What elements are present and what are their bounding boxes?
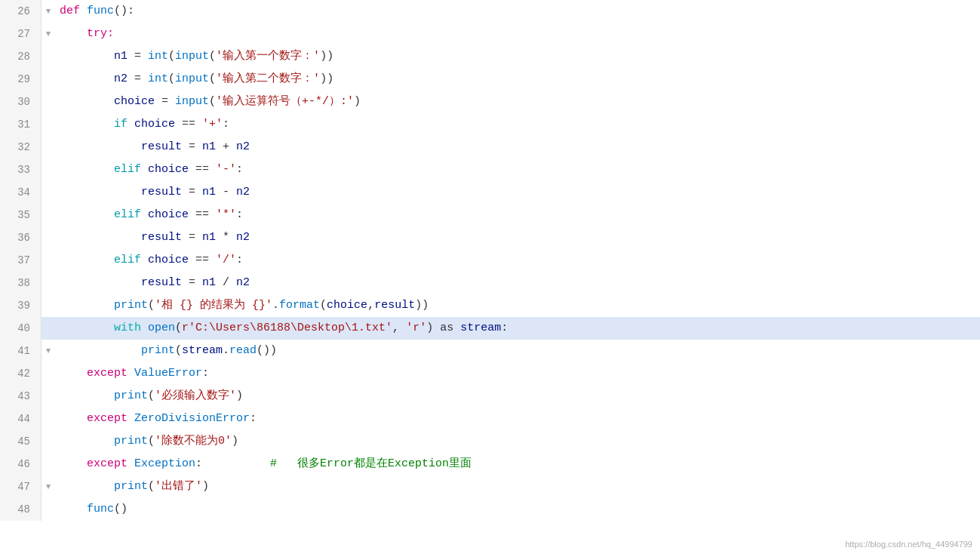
fold-gutter [41, 385, 55, 408]
token-op: (): [114, 0, 134, 23]
token-try-kw: try: [87, 23, 114, 45]
token-def-kw: def [60, 0, 87, 23]
token-string: '输入运算符号（+-*/）:' [216, 91, 354, 113]
code-line: 46 except Exception: # 很多Error都是在Excepti… [0, 453, 980, 475]
code-content: choice = input('输入运算符号（+-*/）:') [55, 91, 361, 113]
fold-gutter [41, 136, 55, 158]
line-number: 32 [0, 136, 41, 158]
token-builtin: input [175, 91, 209, 113]
token-op: == [195, 249, 216, 272]
fold-gutter [41, 181, 55, 204]
token-paren: ( [209, 91, 216, 113]
fold-gutter[interactable]: ▼ [41, 340, 55, 362]
token-var: choice [327, 294, 367, 317]
fold-gutter [41, 45, 55, 68]
token-var: choice [148, 249, 195, 272]
code-line: 41▼ print(stream.read()) [0, 340, 980, 362]
code-content: except ValueError: [55, 362, 209, 385]
code-content: try: [55, 23, 114, 45]
code-content: func() [55, 498, 127, 521]
code-content: n2 = int(input('输入第二个数字：')) [55, 68, 333, 91]
token-except-kw: except [87, 453, 134, 475]
token-string: '+' [202, 113, 223, 136]
token-paren: )) [320, 45, 333, 68]
token-paren: ( [320, 294, 327, 317]
code-content: except ZeroDivisionError: [55, 408, 257, 430]
line-number: 40 [0, 317, 41, 340]
token-cyan-kw: elif [114, 249, 148, 272]
token-paren: ( [148, 430, 155, 453]
code-content: with open(r'C:\Users\86188\Desktop\1.txt… [55, 317, 508, 340]
token-op: == [195, 158, 216, 181]
line-number: 42 [0, 362, 41, 385]
fold-gutter [41, 249, 55, 272]
line-number: 39 [0, 294, 41, 317]
token-paren: ( [175, 317, 182, 340]
code-line: 47▼ print('出错了') [0, 475, 980, 498]
token-paren: ( [148, 294, 155, 317]
token-string: r'C:\Users\86188\Desktop\1.txt' [182, 317, 392, 340]
code-content: elif choice == '/': [55, 249, 243, 272]
line-number: 27 [0, 23, 41, 45]
token-paren: ( [168, 45, 175, 68]
token-fn: func [87, 498, 114, 521]
code-line: 28 n1 = int(input('输入第一个数字：')) [0, 45, 980, 68]
token-op [433, 317, 440, 340]
token-string: '除数不能为0' [155, 430, 232, 453]
token-builtin: int [148, 68, 168, 91]
code-content: print('必须输入数字') [55, 385, 243, 408]
code-content: elif choice == '-': [55, 158, 243, 181]
code-content: result = n1 - n2 [55, 181, 250, 204]
line-number: 28 [0, 45, 41, 68]
token-op: , [392, 317, 406, 340]
code-line: 43 print('必须输入数字') [0, 385, 980, 408]
fold-gutter [41, 158, 55, 181]
token-string: '输入第一个数字：' [216, 45, 320, 68]
token-var: stream [182, 340, 223, 362]
code-content: result = n1 * n2 [55, 226, 250, 249]
line-number: 46 [0, 453, 41, 475]
token-op: : [250, 408, 257, 430]
code-line: 38 result = n1 / n2 [0, 272, 980, 294]
token-paren: () [114, 498, 127, 521]
token-var: n1 [202, 181, 223, 204]
code-content: n1 = int(input('输入第一个数字：')) [55, 45, 333, 68]
token-op: = [161, 91, 175, 113]
code-content: print('相 {} 的结果为 {}'.format(choice,resul… [55, 294, 429, 317]
code-content: print('除数不能为0') [55, 430, 238, 453]
fold-gutter[interactable]: ▼ [41, 475, 55, 498]
token-op: , [367, 294, 374, 317]
code-content: except Exception: # 很多Error都是在Exception里… [55, 453, 472, 475]
token-builtin: print [114, 430, 148, 453]
code-content: elif choice == '*': [55, 204, 243, 226]
fold-gutter[interactable]: ▼ [41, 23, 55, 45]
code-line: 26▼def func(): [0, 0, 980, 23]
code-content: def func(): [55, 0, 134, 23]
token-string: '输入第二个数字：' [216, 68, 320, 91]
code-content: if choice == '+': [55, 113, 229, 136]
line-number: 41 [0, 340, 41, 362]
token-op: + [223, 136, 236, 158]
token-builtin: print [114, 475, 148, 498]
code-line: 33 elif choice == '-': [0, 158, 980, 181]
fold-gutter [41, 113, 55, 136]
fold-gutter [41, 498, 55, 521]
token-var: result [141, 272, 189, 294]
token-as-kw: as [440, 317, 460, 340]
token-op: : [236, 204, 243, 226]
fold-gutter [41, 68, 55, 91]
code-line: 34 result = n1 - n2 [0, 181, 980, 204]
code-line: 30 choice = input('输入运算符号（+-*/）:') [0, 91, 980, 113]
token-except-kw: except [87, 362, 134, 385]
code-content: print(stream.read()) [55, 340, 277, 362]
fold-gutter [41, 362, 55, 385]
fold-gutter [41, 272, 55, 294]
token-builtin: int [148, 45, 168, 68]
fold-gutter[interactable]: ▼ [41, 0, 55, 23]
code-content: result = n1 / n2 [55, 272, 250, 294]
token-paren: ) [354, 91, 361, 113]
line-number: 29 [0, 68, 41, 91]
token-paren: ()) [257, 340, 277, 362]
fold-gutter [41, 91, 55, 113]
line-number: 37 [0, 249, 41, 272]
